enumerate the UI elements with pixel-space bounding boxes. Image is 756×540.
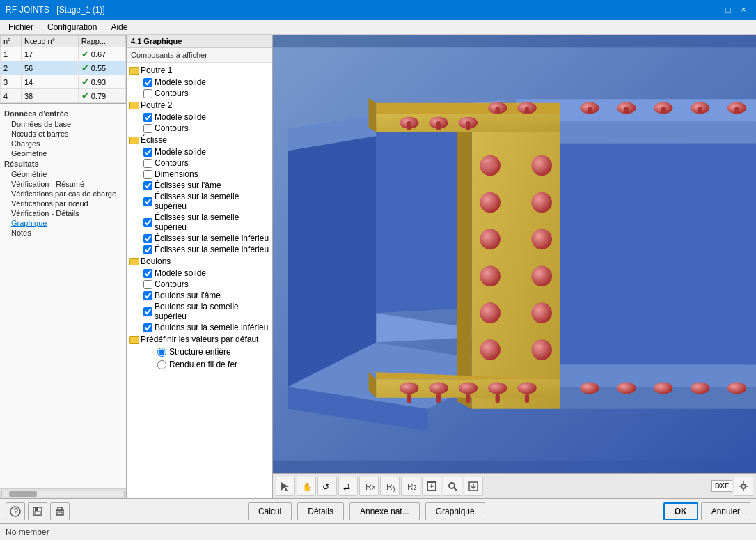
checkbox-2-2[interactable] [143,170,152,179]
radio-4-0[interactable] [157,348,166,357]
tool-view-y[interactable]: Ry [380,477,400,496]
save-button[interactable] [28,502,47,520]
cb-label-2-3: Éclisses sur l'âme [155,180,221,190]
radio-item-4-1[interactable]: Rendu en fil de fer [155,358,272,371]
nav-verif-cas-charge[interactable]: Vérifications par cas de charge [0,189,126,199]
tool-mirror[interactable]: ⇄ [338,477,358,496]
scroll-horizontal[interactable] [0,488,126,498]
nav-notes[interactable]: Notes [0,228,126,238]
menu-aide[interactable]: Aide [105,21,133,33]
table-row[interactable]: 4 38 ✔ 0.79 [1,89,126,103]
cell-n: 1 [1,47,22,61]
checkbox-2-1[interactable] [143,159,152,168]
viewport-canvas[interactable] [273,35,756,473]
table-row[interactable]: 2 56 ✔ 0.55 [1,61,126,75]
bottom-bar-left: ? [6,502,70,520]
tool-view-x[interactable]: Rx [359,477,379,496]
table-row[interactable]: 3 14 ✔ 0.93 [1,75,126,89]
scroll-thumb[interactable] [9,491,37,497]
radio-4-1[interactable] [157,360,166,369]
radio-label-4-1: Rendu en fil de fer [169,360,237,369]
table-row[interactable]: 1 17 ✔ 0.67 [1,47,126,61]
nav-verif-noeud[interactable]: Vérifications par nœud [0,199,126,208]
nav-verification-resume[interactable]: Vérification - Résumé [0,179,126,189]
nav-noeuds-barres[interactable]: Nœuds et barres [0,129,126,139]
checkbox-3-2[interactable] [143,291,152,300]
status-bar: No member [0,523,756,540]
checkbox-1-1[interactable] [143,124,152,133]
annuler-button[interactable]: Annuler [701,502,750,520]
nav-charges[interactable]: Charges [0,139,126,148]
menu-configuration[interactable]: Configuration [42,21,102,33]
cb-label-3-4: Boulons sur la semelle inférieu [155,323,268,332]
checkbox-0-1[interactable] [143,89,152,98]
window-title: RF-JOINTS - [Stage_1 (1)] [6,5,105,15]
tool-fit[interactable] [422,477,441,496]
nav-donnees-base[interactable]: Données de base [0,119,126,129]
svg-point-66 [727,383,747,394]
checkbox-0-0[interactable] [143,78,152,87]
folder-icon [129,258,139,265]
svg-point-30 [480,339,501,360]
tool-select[interactable] [276,477,295,496]
cb-group-header-0[interactable]: Poutre 1 [127,64,272,77]
viewport-panel: ✋ ↺ ⇄ Rx Ry Rz [273,35,756,498]
checkbox-3-4[interactable] [143,323,152,332]
checkbox-2-7[interactable] [143,245,152,254]
nav-geometrie-result[interactable]: Géométrie [0,169,126,179]
svg-text:✋: ✋ [302,481,312,492]
nav-verification-details[interactable]: Vérification - Détails [0,208,126,218]
checkbox-1-0[interactable] [143,113,152,122]
tool-view-z[interactable]: Rz [401,477,420,496]
nav-graphique[interactable]: Graphique [0,218,126,228]
cb-item-3-3: Boulons sur la semelle supérieu [141,301,272,322]
checkbox-2-4[interactable] [143,197,152,206]
tool-export[interactable] [464,477,483,496]
data-table-area: n° Nœud n° Rapp... 1 17 ✔ 0.67 2 56 ✔ 0.… [0,35,126,104]
svg-point-29 [480,302,501,323]
graphique-button[interactable]: Graphique [425,502,485,520]
cb-group-header-3[interactable]: Boulons [127,255,272,268]
window-controls: ─ □ × [706,3,750,17]
menu-fichier[interactable]: Fichier [3,21,39,33]
radio-item-4-0[interactable]: Structure entière [155,346,272,358]
tool-search[interactable] [443,477,462,496]
checkbox-3-3[interactable] [143,307,152,316]
cb-item-2-3: Éclisses sur l'âme [141,180,272,191]
nav-geometrie-input[interactable]: Géométrie [0,148,126,158]
checkbox-3-0[interactable] [143,269,152,278]
tool-rotate[interactable]: ↺ [317,477,337,496]
minimize-button[interactable]: ─ [706,3,720,17]
cb-label-1-0: Modèle solide [155,112,206,122]
svg-rect-46 [525,107,529,114]
annexe-button[interactable]: Annexe nat... [349,502,420,520]
checkbox-2-0[interactable] [143,148,152,157]
cb-group-header-2[interactable]: Éclisse [127,134,272,146]
cb-group-header-1[interactable]: Poutre 2 [127,99,272,111]
check-icon: ✔ [81,63,89,73]
checkbox-2-5[interactable] [143,218,152,227]
svg-point-57 [400,383,419,394]
cb-item-3-1: Contours [141,279,272,290]
components-label: Composants à afficher [127,48,272,63]
print-button[interactable] [50,502,70,520]
cb-group-header-4[interactable]: Prédéfinir les valeurs par défaut [127,333,272,346]
tool-pan[interactable]: ✋ [297,477,316,496]
cb-item-2-4: Éclisses sur la semelle supérieu [141,191,272,212]
checkbox-2-3[interactable] [143,181,152,190]
scene-background [273,35,756,473]
checkbox-3-1[interactable] [143,280,152,289]
help-button[interactable]: ? [6,502,25,520]
maximize-button[interactable]: □ [721,3,735,17]
cb-item-2-1: Contours [141,157,272,169]
folder-icon [129,137,139,144]
details-button[interactable]: Détails [297,502,344,520]
cb-indent-1: Modèle solideContours [127,111,272,134]
menu-bar: Fichier Configuration Aide [0,20,756,35]
close-button[interactable]: × [737,3,750,17]
ok-button[interactable]: OK [663,502,698,520]
tool-settings[interactable] [734,477,753,496]
checkbox-2-6[interactable] [143,234,152,243]
cb-group-label-0: Poutre 1 [141,65,172,75]
calcul-button[interactable]: Calcul [248,502,292,520]
